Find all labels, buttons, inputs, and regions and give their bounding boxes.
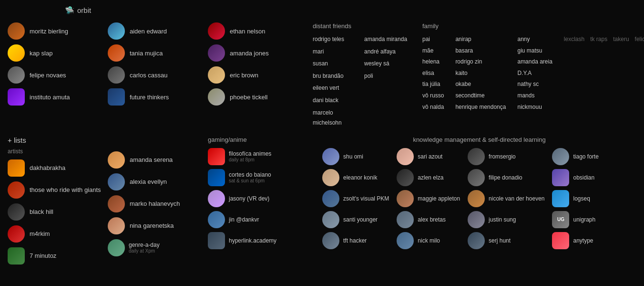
km-item-zsolt[interactable]: zsolt's visual PKM bbox=[322, 190, 389, 207]
person-item-alexia[interactable]: alexia evellyn bbox=[108, 173, 203, 191]
km-item-justin[interactable]: justin sung bbox=[468, 211, 544, 228]
person-item-phoebe[interactable]: phoebe tickell bbox=[208, 88, 303, 106]
person-item-moritz[interactable]: moritz bierling bbox=[8, 22, 103, 40]
km-item-obsidian[interactable]: obsidian bbox=[552, 169, 598, 186]
channel-name-jin: jin @dankvr bbox=[229, 216, 259, 223]
family-name-c1-6[interactable]: henrique mendonça bbox=[455, 102, 506, 113]
family-dim1-0[interactable]: lexclash bbox=[564, 34, 584, 45]
family-name-c2-4[interactable]: nathy sc bbox=[517, 79, 552, 90]
km-name-alex: alex bretas bbox=[418, 216, 446, 223]
km-item-azlen[interactable]: azlen elza bbox=[397, 169, 460, 186]
distant-friend-c2-0[interactable]: amanda miranda bbox=[364, 34, 408, 45]
person-item-kap[interactable]: kap slap bbox=[8, 44, 103, 62]
km-item-anytype[interactable]: anytype bbox=[552, 232, 598, 249]
channel-item-cortes[interactable]: cortes do baianosat & sun at 6pm bbox=[208, 169, 313, 186]
channel-item-filosofica[interactable]: filosofíca animesdaily at 8pm bbox=[208, 148, 313, 165]
family-name-c1-0[interactable]: anirap bbox=[455, 34, 506, 45]
person-item-instituto[interactable]: instituto amuta bbox=[8, 88, 103, 106]
km-col1: shu omieleanor konikzsolt's visual PKMsa… bbox=[322, 148, 389, 249]
person-item-future[interactable]: future thinkers bbox=[108, 88, 203, 106]
family-name-c2-0[interactable]: anny bbox=[517, 34, 552, 45]
distant-friend-c1-1[interactable]: mari bbox=[313, 47, 357, 57]
person-item-nina[interactable]: nina garenetska bbox=[108, 217, 203, 234]
km-item-nicole[interactable]: nicole van der hoeven bbox=[468, 190, 544, 207]
person-item-aiden[interactable]: aiden edward bbox=[108, 22, 203, 40]
family-name-c2-2[interactable]: amanda areia bbox=[517, 57, 552, 67]
channel-info-genre: genre-a-daydaily at Xpm bbox=[129, 242, 160, 254]
family-name-c2-1[interactable]: giu matsu bbox=[517, 46, 552, 56]
km-item-maggie[interactable]: maggie appleton bbox=[397, 190, 460, 207]
family-name-c2-5[interactable]: mands bbox=[517, 91, 552, 101]
family-name-c1-5[interactable]: secondtime bbox=[455, 91, 506, 101]
family-name-c0-2[interactable]: helena bbox=[422, 57, 444, 67]
person-item-7minutoz[interactable]: 7 minutoz bbox=[8, 247, 103, 265]
person-item-felipe[interactable]: felipe novaes bbox=[8, 66, 103, 84]
distant-friend-c2-2[interactable]: wesley sá bbox=[364, 59, 408, 69]
family-name-c1-4[interactable]: okabe bbox=[455, 79, 506, 90]
km-item-filipe[interactable]: filipe donadio bbox=[468, 169, 544, 186]
distant-friend-c2-6[interactable] bbox=[364, 108, 408, 128]
distant-friend-c1-2[interactable]: susan bbox=[313, 59, 357, 69]
gaming-section: gaming/anime filosofíca animesdaily at 8… bbox=[208, 136, 313, 265]
km-item-shu[interactable]: shu omi bbox=[322, 148, 389, 165]
family-name-c2-3[interactable]: D.Y.A bbox=[517, 68, 552, 79]
distant-friend-c1-6[interactable]: marcelo michelsohn bbox=[313, 108, 357, 128]
km-item-alex[interactable]: alex bretas bbox=[397, 211, 460, 228]
family-dim1-1[interactable]: tk raps bbox=[590, 34, 607, 45]
channel-item-jasony[interactable]: jasony (VR dev) bbox=[208, 190, 313, 207]
family-name-c0-5[interactable]: vô russo bbox=[422, 91, 444, 101]
person-name-m4rkim: m4rkim bbox=[30, 230, 50, 237]
channel-item-hyperlink[interactable]: hyperlink.academy bbox=[208, 232, 313, 249]
distant-friend-c2-3[interactable]: poli bbox=[364, 71, 408, 82]
family-name-c0-0[interactable]: pai bbox=[422, 34, 444, 45]
km-name-maggie: maggie appleton bbox=[418, 195, 460, 202]
person-item-dakha[interactable]: dakhabrakha bbox=[8, 159, 103, 177]
avatar-aiden bbox=[108, 22, 125, 40]
family-name-c1-2[interactable]: rodrigo zin bbox=[455, 57, 506, 67]
family-name-c0-1[interactable]: mãe bbox=[422, 46, 444, 56]
km-item-santi[interactable]: santi younger bbox=[322, 211, 389, 228]
km-item-unigraph[interactable]: UGunigraph bbox=[552, 211, 598, 228]
family-name-c0-6[interactable]: vô nalda bbox=[422, 102, 444, 113]
km-item-sari[interactable]: sari azout bbox=[397, 148, 460, 165]
avatar-alex bbox=[397, 211, 414, 228]
km-item-eleanor[interactable]: eleanor konik bbox=[322, 169, 389, 186]
family-name-c1-3[interactable]: kaito bbox=[455, 68, 506, 79]
person-item-those[interactable]: those who ride with giants bbox=[8, 181, 103, 199]
person-item-amanda[interactable]: amanda jones bbox=[208, 44, 303, 62]
family-name-c1-1[interactable]: basara bbox=[455, 46, 506, 56]
channel-item-jin[interactable]: jin @dankvr bbox=[208, 211, 313, 228]
km-item-logseq[interactable]: logseq bbox=[552, 190, 598, 207]
person-item-ethan[interactable]: ethan nelson bbox=[208, 22, 303, 40]
distant-friend-c1-3[interactable]: bru brandão bbox=[313, 71, 357, 82]
person-item-amanda-s[interactable]: amanda serena bbox=[108, 151, 203, 169]
avatar-santi bbox=[322, 211, 339, 228]
distant-friend-c1-4[interactable]: eileen vert bbox=[313, 83, 357, 94]
km-col2: sari azoutazlen elzamaggie appletonalex … bbox=[397, 148, 460, 249]
family-name-c0-3[interactable]: elisa bbox=[422, 68, 444, 79]
distant-friend-c2-5[interactable] bbox=[364, 95, 408, 106]
person-item-eric[interactable]: eric brown bbox=[208, 66, 303, 84]
km-col4: tiago forteobsidianlogseqUGunigraphanyty… bbox=[552, 148, 598, 249]
distant-friend-c2-4[interactable] bbox=[364, 83, 408, 94]
distant-friend-c1-0[interactable]: rodrigo teles bbox=[313, 34, 357, 45]
lists-title[interactable]: + lists bbox=[8, 136, 103, 144]
person-item-marko[interactable]: marko halanevych bbox=[108, 195, 203, 212]
family-dim3-0[interactable]: felicia rock bbox=[635, 34, 644, 45]
distant-friend-c1-5[interactable]: dani black bbox=[313, 95, 357, 106]
km-item-serj[interactable]: serj hunt bbox=[468, 232, 544, 249]
km-item-tiago[interactable]: tiago forte bbox=[552, 148, 598, 165]
family-name-c0-4[interactable]: tia júlia bbox=[422, 79, 444, 90]
km-item-fromsergio[interactable]: fromsergio bbox=[468, 148, 544, 165]
channel-item-genre[interactable]: genre-a-daydaily at Xpm bbox=[108, 239, 203, 256]
person-item-black-hill[interactable]: black hill bbox=[8, 203, 103, 221]
person-item-m4rkim[interactable]: m4rkim bbox=[8, 225, 103, 243]
person-item-tania[interactable]: tania mujica bbox=[108, 44, 203, 62]
person-item-carlos[interactable]: carlos cassau bbox=[108, 66, 203, 84]
family-name-c2-6[interactable]: nickmouu bbox=[517, 102, 552, 113]
km-item-nick[interactable]: nick milo bbox=[397, 232, 460, 249]
km-item-tft[interactable]: tft hacker bbox=[322, 232, 389, 249]
family-dim2-0[interactable]: takeru bbox=[613, 34, 629, 45]
distant-friend-c2-1[interactable]: andré alfaya bbox=[364, 47, 408, 57]
km-section: knowledge management & self-directed lea… bbox=[322, 136, 636, 265]
